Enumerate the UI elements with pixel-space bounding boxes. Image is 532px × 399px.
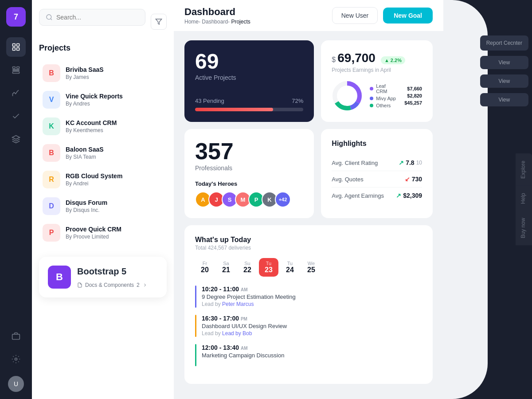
highlight-label-3: Avg. Agent Earnings (332, 192, 384, 199)
project-info-2: KC Account CRM By Keenthemes (66, 119, 163, 133)
nav-icon-check[interactable] (6, 106, 26, 126)
event-name-2: Dashboard UI/UX Design Review (202, 323, 287, 329)
nav-icon-chart[interactable] (6, 83, 26, 103)
card-professionals: 357 Professionals Today's Heroes A J S M… (184, 129, 314, 218)
svg-rect-6 (13, 70, 20, 70)
event-lead-2: Lead by Lead by Bob (202, 330, 287, 336)
breadcrumb-home: Home- (184, 19, 200, 25)
event-3: 12:00 - 13:40 AM Marketing Campaign Disc… (195, 344, 422, 366)
view-button-3[interactable]: View (480, 93, 528, 106)
row-3: What's up Today Total 424,567 deliveries… (184, 225, 433, 384)
project-info-5: Disqus Forum By Disqus Inc. (66, 199, 163, 213)
highlight-val-2: ↙ 730 (405, 176, 422, 183)
view-button-2[interactable]: View (480, 74, 528, 88)
row-1: 69 Active Projects 43 Pending 72% $ (184, 40, 433, 122)
tab-help[interactable]: Help (516, 186, 532, 211)
highlight-label-2: Avg. Quotes (332, 176, 363, 183)
svg-rect-4 (13, 67, 16, 69)
bootstrap-icon: B (48, 266, 71, 289)
earnings-dollar: $ (332, 56, 336, 64)
svg-rect-1 (17, 44, 20, 47)
project-item-6[interactable]: P Proove Quick CRM By Proove Limited (39, 219, 167, 246)
projects-title: Projects (39, 43, 167, 53)
filter-button[interactable] (151, 14, 167, 30)
today-title: What's up Today (195, 236, 422, 244)
new-goal-button[interactable]: New Goal (383, 8, 433, 23)
docs-link[interactable]: Docs & Components 2 (77, 282, 148, 288)
project-item-2[interactable]: K KC Account CRM By Keenthemes (39, 113, 167, 140)
legend-others: Others (370, 103, 397, 108)
event-line-1 (195, 286, 196, 308)
project-name-3: Baloon SaaS (66, 146, 163, 153)
project-author-3: By SIA Team (66, 154, 163, 160)
projects-panel: Projects B Briviba SaaS By James V Vine … (32, 0, 174, 399)
calendar-row: Fr 20 Sa 21 Su 22 Tu 23 (195, 258, 422, 277)
project-author-6: By Proove Limited (66, 234, 163, 240)
nav-icon-briefcase[interactable] (6, 326, 26, 346)
donut-chart (332, 80, 363, 111)
tab-explore[interactable]: Explore (516, 153, 532, 186)
cal-day-23[interactable]: Tu 23 (259, 258, 278, 277)
project-name-4: RGB Cloud System (66, 172, 163, 180)
sidebar-avatar[interactable]: 7 (6, 7, 26, 27)
earnings-amounts: $7,660 $2,820 $45,257 (404, 86, 422, 106)
cal-day-25[interactable]: We 25 (301, 258, 321, 277)
project-item-5[interactable]: D Disqus Forum By Disqus Inc. (39, 193, 167, 219)
nav-icon-grid[interactable] (6, 60, 26, 80)
project-info-1: Vine Quick Reports By Andres (66, 93, 163, 107)
header-left: Dashboard Home- Dashboard- Projects (184, 6, 250, 25)
event-lead-link-2[interactable]: Lead by Bob (222, 330, 252, 336)
bootstrap-title: Bootstrap 5 (77, 266, 148, 277)
event-lead-link-1[interactable]: Peter Marcus (222, 301, 254, 307)
page-title: Dashboard (184, 6, 250, 18)
cal-day-22[interactable]: Su 22 (238, 258, 257, 277)
project-author-5: By Disqus Inc. (66, 207, 163, 213)
project-author-4: By Andrei (66, 180, 163, 187)
cal-day-24[interactable]: Tu 24 (280, 258, 300, 277)
svg-rect-0 (13, 44, 16, 47)
report-center-button[interactable]: Report Cecnter (480, 35, 528, 51)
breadcrumb-active: Projects (231, 19, 250, 25)
new-user-button[interactable]: New User (332, 7, 378, 24)
user-avatar[interactable]: U (8, 376, 24, 392)
progress-bar-bg (195, 108, 303, 111)
project-logo-6: P (43, 224, 60, 242)
pending-pct: 72% (292, 98, 303, 104)
project-name-0: Briviba SaaS (66, 66, 163, 73)
cal-day-20[interactable]: Fr 20 (195, 258, 215, 277)
highlight-val-3: ↗ $2,309 (396, 192, 422, 199)
project-item-3[interactable]: B Baloon SaaS By SIA Team (39, 140, 167, 166)
search-input[interactable] (56, 14, 139, 21)
nav-icon-home[interactable] (6, 37, 26, 57)
card-earnings: $ 69,700 ▲ 2.2% Projects Earnings in Apr… (321, 40, 433, 122)
highlight-quotes: Avg. Quotes ↙ 730 (332, 171, 422, 188)
tab-buy-now[interactable]: Buy now (516, 211, 532, 246)
donut-row: Leaf CRM Mivy App Others $7,660 $2,820 $… (332, 80, 422, 111)
highlight-val-1: ↗ 7.8 10 (399, 159, 422, 166)
earnings-badge: ▲ 2.2% (381, 56, 405, 64)
svg-rect-2 (13, 48, 16, 51)
active-projects-label: Active Projects (195, 74, 303, 81)
project-name-1: Vine Quick Reports (66, 93, 163, 100)
cal-day-21[interactable]: Sa 21 (216, 258, 236, 277)
project-item-1[interactable]: V Vine Quick Reports By Andres (39, 86, 167, 113)
avatars-row: A J S M P K +42 (195, 192, 303, 207)
view-button-1[interactable]: View (480, 56, 528, 69)
nav-icon-layers[interactable] (6, 129, 26, 149)
dashboard-body: 69 Active Projects 43 Pending 72% $ (174, 31, 443, 399)
project-info-3: Baloon SaaS By SIA Team (66, 146, 163, 160)
event-details-3: 12:00 - 13:40 AM Marketing Campaign Disc… (202, 344, 284, 359)
project-logo-2: K (43, 117, 60, 135)
nav-icon-settings[interactable] (6, 349, 26, 369)
docs-label: Docs & Components (85, 282, 134, 288)
event-lead-1: Lead by Peter Marcus (202, 301, 296, 307)
professionals-count: 357 (195, 140, 303, 163)
project-logo-5: D (43, 197, 60, 215)
project-item-0[interactable]: B Briviba SaaS By James (39, 60, 167, 86)
highlight-label-1: Avg. Client Rating (332, 160, 378, 166)
project-list: B Briviba SaaS By James V Vine Quick Rep… (39, 60, 167, 246)
project-logo-4: R (43, 171, 60, 188)
project-item-4[interactable]: R RGB Cloud System By Andrei (39, 166, 167, 193)
sidebar-nav: 7 U (0, 0, 32, 399)
search-icon (46, 14, 53, 21)
